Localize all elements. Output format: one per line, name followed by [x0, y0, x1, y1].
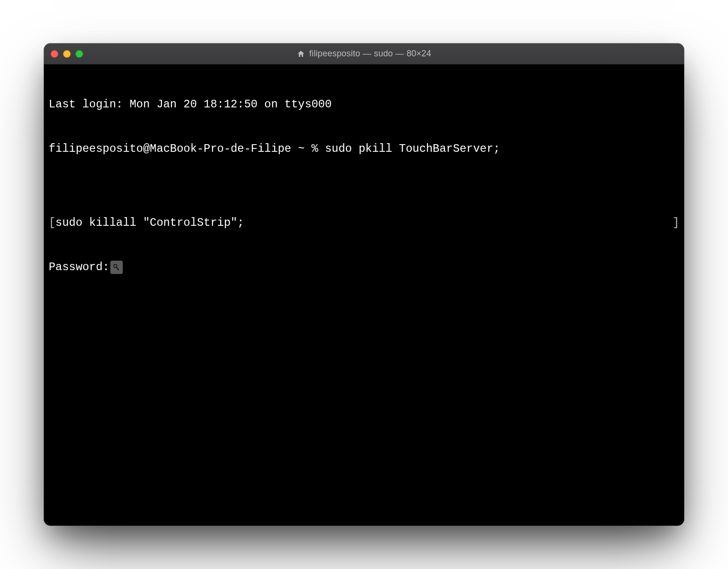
- minimize-button[interactable]: [63, 50, 71, 58]
- terminal-window: filipeesposito — sudo — 80×24 Last login…: [44, 43, 684, 526]
- traffic-lights: [51, 50, 83, 58]
- terminal-line-bracket: [ sudo killall "ControlStrip"; ]: [49, 215, 679, 230]
- bracket-close: ]: [673, 215, 679, 230]
- maximize-button[interactable]: [75, 50, 83, 58]
- titlebar[interactable]: filipeesposito — sudo — 80×24: [44, 43, 684, 64]
- close-button[interactable]: [51, 50, 58, 58]
- home-icon: [297, 50, 305, 58]
- terminal-line-prompt: filipeesposito@MacBook-Pro-de-Filipe ~ %…: [49, 141, 679, 156]
- window-title: filipeesposito — sudo — 80×24: [44, 49, 684, 59]
- password-label: Password:: [49, 260, 109, 274]
- bracket-command: sudo killall "ControlStrip";: [55, 215, 244, 230]
- terminal-line-password: Password:: [49, 260, 679, 274]
- terminal-body[interactable]: Last login: Mon Jan 20 18:12:50 on ttys0…: [44, 64, 684, 526]
- window-title-text: filipeesposito — sudo — 80×24: [309, 49, 431, 59]
- bracket-open: [: [49, 215, 55, 230]
- terminal-line-last-login: Last login: Mon Jan 20 18:12:50 on ttys0…: [49, 97, 679, 112]
- key-icon: [110, 261, 123, 274]
